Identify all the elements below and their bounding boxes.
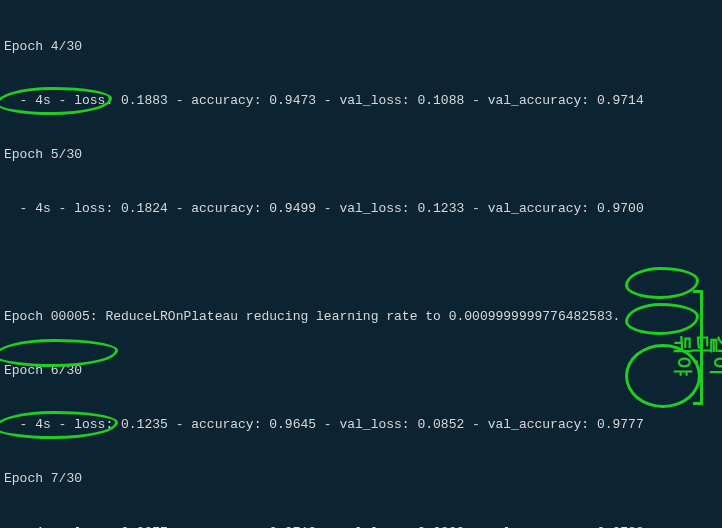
log-line: - 4s - loss: 0.1883 - accuracy: 0.9473 -… xyxy=(4,92,718,110)
log-line: Epoch 5/30 xyxy=(4,146,718,164)
log-line: - 4s - loss: 0.1235 - accuracy: 0.9645 -… xyxy=(4,416,718,434)
log-blank xyxy=(4,254,718,272)
log-line: - 4s - loss: 0.1824 - accuracy: 0.9499 -… xyxy=(4,200,718,218)
log-line: - 4s - loss: 0.0977 - accuracy: 0.9713 -… xyxy=(4,524,718,528)
terminal-output[interactable]: Epoch 4/30 - 4s - loss: 0.1883 - accurac… xyxy=(0,0,722,528)
log-line: Epoch 7/30 xyxy=(4,470,718,488)
log-line: Epoch 4/30 xyxy=(4,38,718,56)
log-line: Epoch 00005: ReduceLROnPlateau reducing … xyxy=(4,308,718,326)
log-line: Epoch 6/30 xyxy=(4,362,718,380)
